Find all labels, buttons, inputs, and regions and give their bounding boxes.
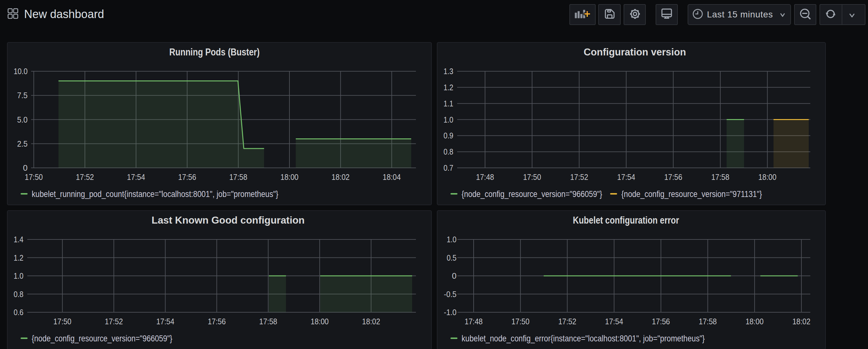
svg-text:-0.5: -0.5 bbox=[444, 289, 457, 299]
svg-text:18:02: 18:02 bbox=[332, 172, 350, 182]
svg-text:1.0: 1.0 bbox=[447, 235, 457, 244]
svg-text:17:54: 17:54 bbox=[156, 317, 174, 326]
svg-text:18:00: 18:00 bbox=[758, 172, 776, 182]
svg-text:17:54: 17:54 bbox=[127, 172, 145, 182]
svg-text:18:04: 18:04 bbox=[383, 172, 401, 182]
svg-text:18:00: 18:00 bbox=[311, 317, 329, 326]
svg-text:0.8: 0.8 bbox=[443, 147, 453, 156]
svg-text:{node_config_resource_version=: {node_config_resource_version="966059"} bbox=[462, 189, 602, 199]
svg-text:0.5: 0.5 bbox=[447, 253, 457, 263]
svg-text:Last Known Good configuration: Last Known Good configuration bbox=[152, 215, 305, 226]
svg-text:Configuration version: Configuration version bbox=[584, 46, 686, 58]
svg-text:17:54: 17:54 bbox=[605, 317, 623, 326]
svg-text:1.4: 1.4 bbox=[13, 235, 24, 244]
svg-text:17:48: 17:48 bbox=[465, 317, 483, 326]
svg-text:kubelet_running_pod_count{inst: kubelet_running_pod_count{instance="loca… bbox=[32, 189, 278, 199]
svg-text:5.0: 5.0 bbox=[17, 115, 28, 125]
svg-text:0: 0 bbox=[23, 163, 28, 173]
svg-text:1.2: 1.2 bbox=[443, 83, 453, 92]
svg-text:Running Pods (Buster): Running Pods (Buster) bbox=[169, 46, 260, 58]
svg-text:17:58: 17:58 bbox=[699, 317, 717, 326]
svg-text:17:50: 17:50 bbox=[53, 317, 71, 326]
svg-text:17:58: 17:58 bbox=[711, 172, 730, 182]
svg-text:1.1: 1.1 bbox=[443, 99, 453, 108]
svg-text:17:50: 17:50 bbox=[512, 317, 529, 326]
svg-text:17:58: 17:58 bbox=[229, 172, 247, 182]
svg-text:18:00: 18:00 bbox=[281, 172, 299, 182]
svg-text:Kubelet configuration error: Kubelet configuration error bbox=[573, 215, 679, 226]
svg-text:18:02: 18:02 bbox=[792, 317, 810, 326]
svg-text:{node_config_resource_version=: {node_config_resource_version="971131"} bbox=[621, 189, 762, 199]
svg-text:1.0: 1.0 bbox=[443, 115, 453, 125]
svg-text:18:02: 18:02 bbox=[362, 317, 380, 326]
svg-text:17:52: 17:52 bbox=[558, 317, 576, 326]
svg-text:18:00: 18:00 bbox=[746, 317, 764, 326]
svg-text:17:56: 17:56 bbox=[178, 172, 196, 182]
svg-text:0.9: 0.9 bbox=[443, 131, 453, 140]
svg-text:17:52: 17:52 bbox=[105, 317, 123, 326]
svg-text:17:50: 17:50 bbox=[523, 172, 541, 182]
svg-text:17:52: 17:52 bbox=[76, 172, 94, 182]
svg-text:-1.0: -1.0 bbox=[444, 308, 457, 317]
svg-text:17:50: 17:50 bbox=[25, 172, 43, 182]
svg-text:kubelet_node_config_error{inst: kubelet_node_config_error{instance="loca… bbox=[462, 334, 705, 343]
svg-text:10.0: 10.0 bbox=[13, 67, 28, 76]
svg-text:0.7: 0.7 bbox=[443, 163, 453, 173]
svg-text:17:48: 17:48 bbox=[476, 172, 494, 182]
svg-text:17:54: 17:54 bbox=[617, 172, 635, 182]
svg-text:1.2: 1.2 bbox=[13, 253, 24, 263]
svg-text:0.6: 0.6 bbox=[13, 308, 24, 317]
svg-text:2.5: 2.5 bbox=[17, 139, 28, 148]
svg-text:1.3: 1.3 bbox=[443, 67, 453, 76]
svg-text:17:58: 17:58 bbox=[259, 317, 277, 326]
svg-text:1.0: 1.0 bbox=[13, 271, 24, 281]
svg-text:17:56: 17:56 bbox=[652, 317, 670, 326]
svg-text:7.5: 7.5 bbox=[17, 91, 28, 100]
svg-text:17:52: 17:52 bbox=[570, 172, 588, 182]
svg-text:17:56: 17:56 bbox=[208, 317, 226, 326]
svg-text:17:56: 17:56 bbox=[664, 172, 682, 182]
svg-text:0.8: 0.8 bbox=[13, 289, 24, 299]
svg-text:0: 0 bbox=[452, 271, 457, 281]
svg-text:{node_config_resource_version=: {node_config_resource_version="966059"} bbox=[32, 334, 173, 343]
